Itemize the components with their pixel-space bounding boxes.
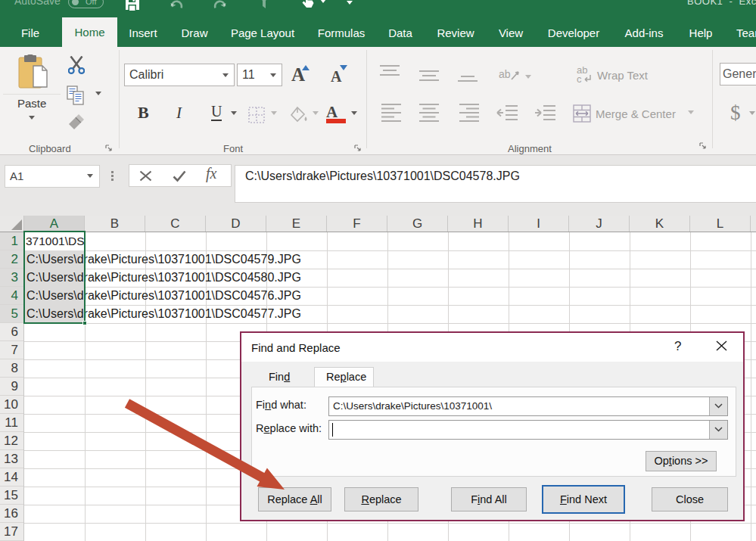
svg-text:c: c	[577, 73, 582, 84]
svg-text:ab: ab	[499, 68, 511, 80]
